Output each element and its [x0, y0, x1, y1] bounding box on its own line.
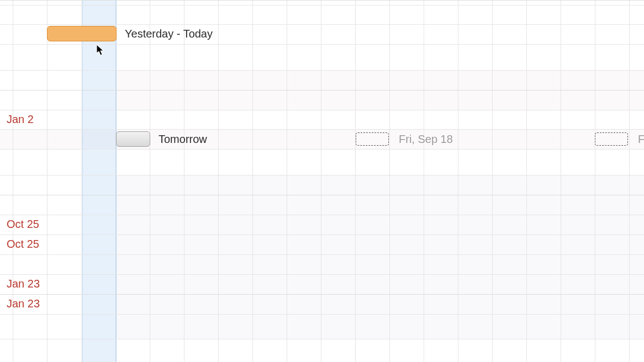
task-bar-tomorrow[interactable]: [116, 131, 150, 147]
grid-column-line: [321, 0, 321, 362]
grid-column-line: [355, 0, 356, 362]
grid-row-line: [0, 129, 644, 130]
grid-row-line: [0, 149, 644, 150]
grid-row-line: [0, 70, 644, 71]
grid-row-line: [0, 339, 644, 339]
task-bar-ghost[interactable]: [595, 132, 628, 146]
grid-column-line: [595, 0, 595, 362]
grid-row-line: [0, 175, 644, 175]
row-date-label: Jan 23: [7, 297, 40, 310]
grid-row-line: [0, 24, 644, 25]
task-bar-label: Yesterday - Today: [125, 28, 213, 40]
grid-column-line: [150, 0, 150, 362]
grid-row-line: [0, 274, 644, 275]
grid-row-line: [0, 90, 644, 91]
grid-column-line: [218, 0, 219, 362]
grid-column-line: [184, 0, 184, 362]
grid-column-line: [424, 0, 424, 362]
grid-column-line: [458, 0, 458, 362]
grid-column-line: [252, 0, 253, 362]
task-bar-label: Tomorrow: [159, 133, 207, 146]
today-column-highlight: [82, 0, 117, 362]
grid-column-line: [492, 0, 493, 362]
grid-column-line: [81, 0, 82, 362]
task-bar-label: F: [638, 133, 644, 146]
grid-column-line: [561, 0, 561, 362]
task-bar-label: Fri, Sep 18: [399, 133, 453, 146]
grid-row-line: [0, 110, 644, 110]
grid-row-line: [0, 294, 644, 295]
row-date-label: Jan 23: [7, 278, 40, 290]
grid-column-line: [526, 0, 527, 362]
grid-column-line: [47, 0, 47, 362]
grid-row-line: [0, 215, 644, 215]
grid-row-line: [0, 195, 644, 195]
row-date-label: Oct 25: [7, 218, 39, 231]
grid-column-line: [287, 0, 287, 362]
task-bar-yesterday-today[interactable]: [47, 26, 117, 41]
grid-row-line: [0, 235, 644, 235]
grid-column-line: [389, 0, 390, 362]
row-date-label: Oct 25: [7, 238, 39, 251]
grid-column-line: [629, 0, 630, 362]
grid-row-line: [0, 314, 644, 315]
grid-row-line: [0, 0, 644, 1]
row-date-label: Jan 2: [7, 113, 34, 126]
grid-row-line: [0, 254, 644, 255]
grid-row-line: [0, 44, 644, 45]
gantt-chart[interactable]: Jan 2 Oct 25 Oct 25 Jan 23 Jan 23 Yester…: [0, 0, 644, 362]
grid-row-line: [0, 5, 644, 6]
task-bar-ghost[interactable]: [356, 132, 389, 146]
